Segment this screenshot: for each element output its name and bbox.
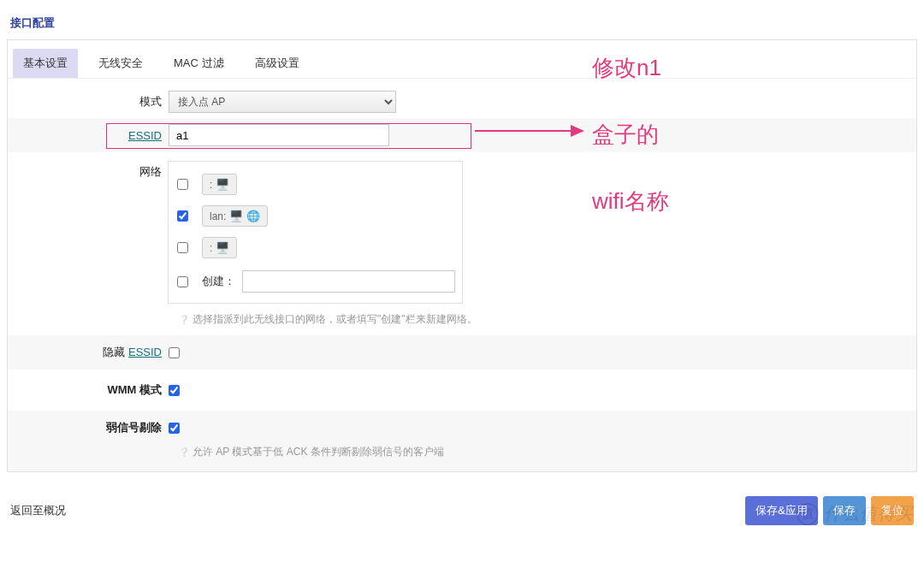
weak-signal-label: 弱信号剔除 (106, 421, 162, 434)
network-ifname-0: : (210, 179, 212, 191)
essid-label-link[interactable]: ESSID (128, 129, 162, 142)
network-create-label: 创建： (202, 274, 235, 289)
globe-icon: 🌐 (246, 210, 260, 222)
tab-wireless-security[interactable]: 无线安全 (88, 49, 153, 78)
tab-basic[interactable]: 基本设置 (13, 49, 78, 78)
save-apply-button[interactable]: 保存&应用 (745, 496, 818, 525)
hide-essid-checkbox[interactable] (169, 347, 180, 358)
network-create-input[interactable] (242, 270, 455, 293)
network-picker: : 🖥️ lan: 🖥️ 🌐 (168, 161, 463, 304)
network-create-checkbox[interactable] (177, 276, 188, 287)
network-item: lan: 🖥️ 🌐 (175, 205, 455, 227)
network-label: 网络 (8, 161, 169, 180)
essid-input[interactable] (169, 124, 389, 146)
network-hint: 选择指派到此无线接口的网络，或者填写"创建"栏来新建网络。 (8, 309, 916, 335)
mode-select[interactable]: 接入点 AP (169, 91, 396, 113)
back-to-overview-link[interactable]: 返回至概况 (10, 503, 66, 518)
hide-essid-link[interactable]: ESSID (128, 346, 162, 358)
footer-bar: 返回至概况 保存&应用 保存 复位 (7, 472, 917, 534)
reset-button[interactable]: 复位 (871, 496, 914, 525)
wmm-label: WMM 模式 (107, 383, 162, 396)
network-checkbox-0[interactable] (177, 179, 188, 190)
section-title: 接口配置 (7, 0, 917, 39)
network-ifname-1: lan: (210, 210, 226, 222)
nic-icon: 🖥️ (229, 210, 243, 222)
weak-signal-checkbox[interactable] (169, 423, 180, 434)
tab-mac-filter[interactable]: MAC 过滤 (163, 49, 234, 78)
save-button[interactable]: 保存 (823, 496, 866, 525)
config-tabs: 基本设置 无线安全 MAC 过滤 高级设置 (8, 40, 916, 79)
network-item: : 🖥️ (175, 237, 455, 258)
network-ifname-2: : (210, 242, 212, 254)
hide-essid-prefix: 隐藏 (103, 346, 128, 358)
nic-icon: 🖥️ (216, 241, 229, 254)
mode-label: 模式 (8, 94, 169, 109)
network-item: : 🖥️ (175, 174, 455, 195)
nic-icon: 🖥️ (216, 178, 229, 191)
network-checkbox-2[interactable] (177, 242, 188, 253)
interface-config-panel: 基本设置 无线安全 MAC 过滤 高级设置 模式 接入点 AP ESSID 网络 (7, 39, 917, 472)
wmm-checkbox[interactable] (169, 385, 180, 396)
tab-advanced[interactable]: 高级设置 (245, 49, 310, 78)
weak-signal-hint: 允许 AP 模式基于低 ACK 条件判断剔除弱信号的客户端 (8, 441, 916, 471)
network-create-row: 创建： (175, 270, 455, 293)
network-checkbox-1[interactable] (177, 210, 188, 222)
